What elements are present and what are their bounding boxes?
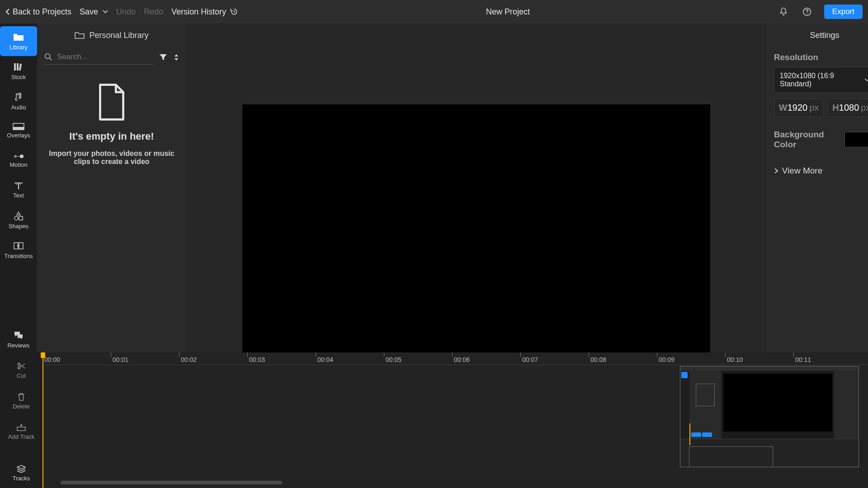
bg-color-label: Background Color [774,130,845,150]
timeline-tool-label: Delete [13,403,30,410]
height-input[interactable]: H 1080 px [827,99,868,117]
file-icon [95,83,128,122]
text-icon [14,182,24,190]
project-title[interactable]: New Project [486,7,530,17]
sort-button[interactable] [173,52,180,62]
svg-point-7 [14,155,17,158]
scissors-icon [17,361,26,371]
ruler-tick: 00:07 [520,352,538,363]
width-input[interactable]: W 1920 px [774,99,824,117]
empty-title: It's empty in here! [69,131,154,142]
timeline-tools: Cut Delete Add Track Tracks [0,352,42,488]
sidebar-item-reviews[interactable]: Reviews [0,324,37,354]
sidebar-item-text[interactable]: Text [0,175,37,205]
sidebar-item-transitions[interactable]: Transitions [0,235,37,265]
timeline-tool-label: Tracks [13,475,30,482]
bg-color-swatch[interactable] [844,132,868,147]
sidebar-item-label: Shapes [9,223,28,230]
pip-thumbnail[interactable] [680,366,859,467]
svg-rect-20 [17,427,25,431]
sidebar-item-label: Audio [11,104,26,111]
topbar: Back to Projects Save Undo Redo Version … [0,0,868,23]
version-history-button[interactable]: Version History [171,7,239,17]
ruler-tick: 00:02 [179,352,197,363]
sidebar-item-audio[interactable]: Audio [0,86,37,116]
settings-title: Settings [774,23,868,47]
folder-icon [75,31,85,39]
svg-rect-12 [19,243,23,249]
svg-rect-6 [13,127,24,130]
overlay-icon [13,123,24,130]
timeline-scrollbar[interactable] [61,481,868,486]
music-icon [13,91,24,102]
timeline-cut-button[interactable]: Cut [3,355,40,385]
view-more-button[interactable]: View More [774,166,868,176]
sidebar-item-motion[interactable]: Motion [0,145,37,175]
sidebar-item-label: Motion [9,161,27,168]
comments-icon [13,330,24,340]
search-input[interactable] [57,52,153,61]
timeline-tracks-button[interactable]: Tracks [3,458,40,488]
resolution-select[interactable]: 868x488 (16:9 Standard) [774,67,868,93]
undo-button[interactable]: Undo [116,7,136,17]
ruler-tick: 00:05 [384,352,401,363]
ruler-tick: 00:11 [793,352,811,363]
library-panel-title: Personal Library [89,31,148,40]
ruler-tick: 00:01 [111,352,128,363]
timeline-tool-label: Add Track [8,433,35,440]
history-icon [230,7,239,16]
motion-icon [13,153,24,160]
notifications-button[interactable] [777,5,790,18]
svg-point-1 [807,14,807,14]
ruler-tick: 00:10 [725,352,743,363]
search-input-wrapper[interactable] [43,50,154,65]
bell-icon [778,7,788,17]
layers-icon [17,465,26,473]
help-icon [802,7,812,17]
sidebar-item-stock[interactable]: Stock [0,56,37,86]
save-button[interactable]: Save [80,7,98,17]
resolution-value: 868x488 (16:9 Standard) [780,72,864,88]
save-dropdown-button[interactable] [103,10,108,14]
folder-icon [13,32,24,42]
timeline-add-track-button[interactable]: Add Track [3,417,40,446]
shapes-icon [13,211,24,221]
view-more-label: View More [782,166,822,176]
search-icon [44,53,52,61]
sidebar-item-label: Text [13,192,24,199]
svg-rect-4 [19,63,22,70]
add-track-icon [16,423,26,432]
sidebar-item-label: Reviews [7,342,29,349]
trash-icon [17,392,25,401]
back-label: Back to Projects [13,7,71,17]
svg-rect-2 [14,63,16,70]
export-button[interactable]: Export [824,5,863,19]
ruler-tick: 00:08 [589,352,606,363]
sidebar-item-overlays[interactable]: Overlays [0,116,37,145]
redo-button[interactable]: Redo [144,7,163,17]
chevron-down-icon [864,78,868,82]
sidebar-item-label: Transitions [4,253,33,259]
svg-rect-3 [17,63,19,70]
chevron-right-icon [774,168,778,174]
svg-point-19 [18,366,20,369]
sidebar-item-shapes[interactable]: Shapes [0,205,37,235]
sidebar-item-label: Overlays [7,132,30,139]
version-history-label: Version History [171,7,226,17]
svg-point-9 [14,216,18,220]
back-to-projects-button[interactable]: Back to Projects [5,7,71,17]
chevron-left-icon [5,8,10,15]
help-button[interactable] [801,5,813,18]
playhead[interactable] [42,352,43,488]
svg-point-8 [20,155,24,158]
resolution-label: Resolution [774,52,868,62]
timeline-track-area[interactable]: 00:0000:0100:0200:0300:0400:0500:0600:07… [42,352,868,488]
filter-icon [159,54,167,61]
filter-button[interactable] [159,52,167,62]
sidebar-item-library[interactable]: Library [0,26,37,56]
sidebar-item-label: Stock [11,74,26,80]
timeline-ruler[interactable]: 00:0000:0100:0200:0300:0400:0500:0600:07… [42,352,868,365]
timeline-delete-button[interactable]: Delete [3,386,40,416]
ruler-tick: 00:06 [452,352,470,363]
preview-canvas[interactable] [242,104,710,368]
